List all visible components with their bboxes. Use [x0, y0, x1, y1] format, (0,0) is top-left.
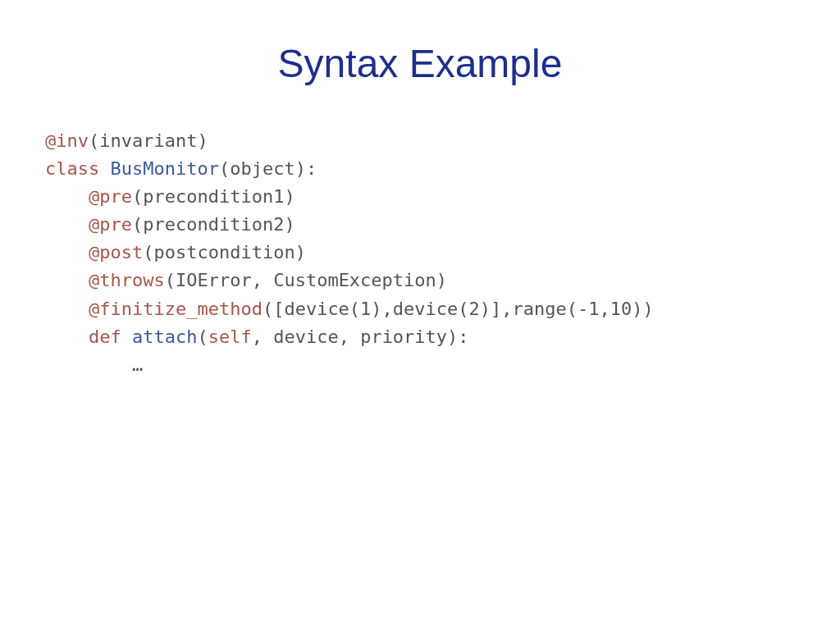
decorator-post: @post	[89, 242, 143, 262]
slide-title: Syntax Example	[45, 41, 795, 86]
code-text: (postcondition)	[143, 242, 306, 262]
code-line-3: @pre(precondition1)	[45, 186, 295, 207]
code-line-5: @post(postcondition)	[45, 242, 306, 262]
indent	[45, 214, 89, 235]
code-line-6: @throws(IOError, CustomException)	[45, 270, 447, 290]
indent	[45, 354, 132, 375]
decorator-pre: @pre	[89, 214, 132, 235]
decorator-finitize: @finitize_method	[89, 299, 262, 319]
decorator-throws: @throws	[89, 270, 165, 290]
indent	[45, 186, 89, 207]
slide: Syntax Example @inv(invariant) class Bus…	[0, 0, 840, 630]
code-line-4: @pre(precondition2)	[45, 214, 295, 235]
indent	[45, 242, 89, 262]
code-text: (invariant)	[89, 130, 208, 151]
code-line-2: class BusMonitor(object):	[45, 158, 317, 179]
indent	[45, 326, 89, 347]
code-text: (IOError, CustomException)	[165, 270, 447, 290]
code-text: (	[197, 326, 208, 347]
decorator-inv: @inv	[45, 130, 89, 151]
indent	[45, 299, 89, 319]
function-name: attach	[132, 326, 197, 347]
keyword-def: def	[89, 326, 132, 347]
code-text: ([device(1),device(2)],range(-1,10))	[262, 299, 654, 319]
indent	[45, 270, 89, 290]
decorator-pre: @pre	[89, 186, 132, 207]
code-line-8: def attach(self, device, priority):	[45, 326, 469, 347]
code-block: @inv(invariant) class BusMonitor(object)…	[45, 127, 795, 379]
code-line-9: …	[45, 354, 143, 375]
class-name: BusMonitor	[110, 158, 218, 179]
code-text: , device, priority):	[252, 326, 469, 347]
code-text: (precondition1)	[132, 186, 295, 207]
code-line-1: @inv(invariant)	[45, 130, 208, 151]
code-text: (object):	[219, 158, 317, 179]
code-text: …	[132, 354, 143, 375]
keyword-class: class	[45, 158, 110, 179]
code-line-7: @finitize_method([device(1),device(2)],r…	[45, 299, 654, 319]
keyword-self: self	[208, 326, 252, 347]
code-text: (precondition2)	[132, 214, 295, 235]
